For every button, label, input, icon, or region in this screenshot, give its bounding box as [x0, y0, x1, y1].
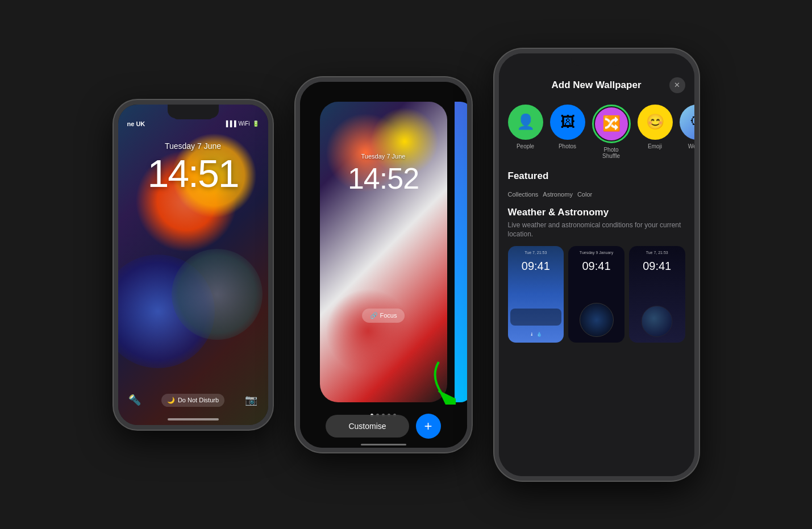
- phone1-notch: [168, 105, 219, 118]
- wallpaper-type-shuffle[interactable]: 🔀 PhotoShuffle: [592, 105, 631, 159]
- color-wrapper[interactable]: Tuesday 9 Jan 09:41 Color: [577, 189, 592, 198]
- phone1-date: Tuesday 7 June: [118, 141, 268, 151]
- wallpaper-type-people[interactable]: 👤 People: [508, 105, 543, 159]
- weather-card-1[interactable]: Tue 7, 21:53 09:41 🌡 💧: [508, 246, 564, 343]
- dnd-indicator: 🌙 Do Not Disturb: [161, 394, 224, 407]
- shuffle-label: PhotoShuffle: [602, 147, 620, 159]
- wc2-globe: [580, 303, 614, 337]
- weather-section-desc: Live weather and astronomical conditions…: [508, 220, 685, 240]
- status-icons: ▐▐▐ WiFi 🔋: [224, 120, 259, 127]
- phone2-screen: Tuesday 7 June 14:52 🔗 Focus Customise +: [300, 82, 467, 448]
- wc3-time: 09:41: [629, 260, 685, 273]
- phone2-date: Tuesday 7 June: [320, 153, 447, 160]
- side-peek: [455, 102, 467, 402]
- collections-wrapper[interactable]: Tue 9 January 09:41 Collections: [508, 189, 539, 198]
- phone1-bottom-bar: 🔦 🌙 Do Not Disturb 📷: [118, 394, 268, 407]
- shuffle-icon: 🔀: [602, 115, 621, 132]
- emoji-icon: 😊: [646, 113, 664, 131]
- wallpaper-header: Add New Wallpaper ✕: [508, 77, 685, 93]
- moon-icon: 🌙: [167, 397, 175, 404]
- wc1-widget: [510, 309, 562, 326]
- shuffle-highlight: 🔀: [592, 105, 631, 143]
- photos-icon-circle: 🖼: [550, 105, 585, 140]
- phone3-notch: [571, 53, 622, 66]
- phone1-screen: ne UK ▐▐▐ WiFi 🔋 Tuesday 7 June 14:51 🔦 …: [118, 105, 268, 425]
- wifi-icon: WiFi: [239, 120, 250, 127]
- astronomy-wrapper[interactable]: Tue 7, 21:02 09:41 Astronomy: [543, 189, 573, 198]
- collections-label: Collections: [508, 191, 539, 198]
- wc1-time: 09:41: [508, 260, 564, 273]
- wc3-globe: [642, 306, 673, 337]
- wc1-date: Tue 7, 21:53: [508, 251, 564, 255]
- weather-label: Weat...: [688, 143, 694, 149]
- astronomy-label: Astronomy: [543, 191, 573, 198]
- phone2-time: 14:52: [320, 161, 447, 195]
- phone3-screen[interactable]: Add New Wallpaper ✕ 👤 People 🖼 Photos: [499, 53, 694, 476]
- wc3-date: Tue 7, 21:53: [629, 251, 685, 255]
- weather-card-2[interactable]: Tuesday 9 January 09:41: [568, 246, 624, 343]
- customise-button[interactable]: Customise: [326, 415, 409, 438]
- weather-icon: 🌤: [690, 113, 694, 131]
- featured-label: Featured: [508, 170, 685, 182]
- color-label: Color: [577, 191, 592, 198]
- phone1-frame: ne UK ▐▐▐ WiFi 🔋 Tuesday 7 June 14:51 🔦 …: [114, 100, 273, 430]
- phone3-frame: Add New Wallpaper ✕ 👤 People 🖼 Photos: [494, 49, 699, 481]
- battery-icon: 🔋: [252, 120, 259, 127]
- blob4: [172, 249, 263, 340]
- phone2-notch: [361, 82, 406, 93]
- dnd-label: Do Not Disturb: [178, 397, 219, 403]
- focus-icon: 🔗: [370, 312, 378, 319]
- wc2-time: 09:41: [568, 260, 624, 273]
- wallpaper-title: Add New Wallpaper: [524, 80, 669, 91]
- wallpaper-type-row: 👤 People 🖼 Photos 🔀 PhotoShuffle: [508, 105, 685, 159]
- phone1-time: 14:51: [118, 151, 268, 195]
- focus-label: Focus: [380, 312, 397, 319]
- weather-card-3[interactable]: Tue 7, 21:53 09:41: [629, 246, 685, 343]
- weather-section-title: Weather & Astronomy: [508, 207, 685, 218]
- wallpaper-type-photos[interactable]: 🖼 Photos: [550, 105, 585, 159]
- phone1-home-indicator: [168, 418, 219, 420]
- emoji-label: Emoji: [648, 143, 662, 149]
- signal-icon: ▐▐▐: [224, 120, 236, 127]
- people-icon-circle: 👤: [508, 105, 543, 140]
- close-button[interactable]: ✕: [669, 77, 685, 93]
- wc2-date: Tuesday 9 January: [568, 251, 624, 255]
- wc1-icon2: 💧: [536, 332, 542, 337]
- plus-icon: +: [424, 418, 432, 434]
- inner-blob3: [326, 289, 411, 374]
- carrier-label: ne UK: [127, 120, 145, 127]
- wc1-icons: 🌡 💧: [508, 332, 564, 337]
- photos-icon: 🖼: [560, 113, 575, 131]
- phone2-frame: Tuesday 7 June 14:52 🔗 Focus Customise +: [295, 77, 472, 452]
- phone1-status-bar: ne UK ▐▐▐ WiFi 🔋: [127, 120, 259, 127]
- wallpaper-type-weather[interactable]: 🌤 Weat...: [680, 105, 694, 159]
- weather-grid: Tue 7, 21:53 09:41 🌡 💧 Tuesday 9 January…: [508, 246, 685, 343]
- plus-button[interactable]: +: [416, 414, 441, 439]
- flashlight-icon[interactable]: 🔦: [128, 394, 141, 406]
- phone2-bottom-bar: Customise +: [300, 414, 467, 439]
- wc1-icon1: 🌡: [530, 332, 534, 337]
- phone2-inner-frame: Tuesday 7 June 14:52 🔗 Focus: [320, 102, 447, 402]
- phone2-home-indicator: [361, 444, 406, 445]
- wallpaper-type-emoji[interactable]: 😊 Emoji: [638, 105, 673, 159]
- camera-icon[interactable]: 📷: [245, 394, 257, 406]
- photos-label: Photos: [559, 143, 576, 149]
- people-label: People: [517, 143, 534, 149]
- featured-grid: Tue 9 January 09:41 Collections Tue 7, 2…: [508, 189, 685, 198]
- emoji-icon-circle: 😊: [638, 105, 673, 140]
- weather-icon-circle: 🌤: [680, 105, 694, 140]
- focus-button[interactable]: 🔗 Focus: [362, 309, 405, 323]
- people-icon: 👤: [517, 113, 535, 131]
- shuffle-icon-circle: 🔀: [595, 107, 628, 140]
- close-icon: ✕: [674, 81, 680, 89]
